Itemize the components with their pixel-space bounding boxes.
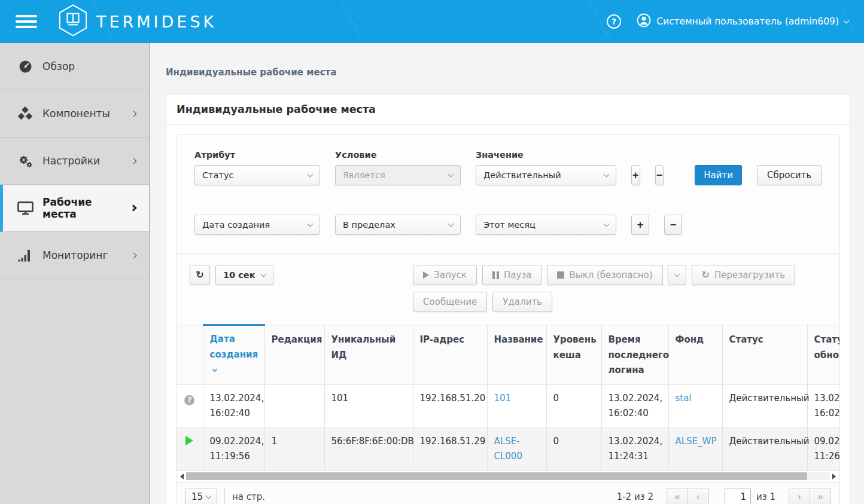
settings-icon xyxy=(17,154,34,168)
chevron-down-icon xyxy=(844,17,850,23)
hamburger-menu-icon[interactable] xyxy=(16,15,37,28)
cell-status-updated: 09.02.2024, 11:26 xyxy=(807,427,839,471)
chevron-down-icon xyxy=(260,271,266,277)
chevron-down-icon xyxy=(308,221,314,227)
column-header-ip[interactable]: IP-адрес xyxy=(413,325,487,385)
chevron-down-icon xyxy=(604,221,610,227)
poweroff-button[interactable]: Выкл (безопасно) xyxy=(547,265,662,285)
page-number-input[interactable] xyxy=(725,488,751,504)
user-menu[interactable]: Системный пользователь (admin609) xyxy=(637,13,848,30)
workplaces-card: Индивидуальные рабочие места Атрибут Ста… xyxy=(166,94,850,504)
workplace-name-link[interactable]: 101 xyxy=(494,393,512,404)
sidebar-item-workplaces[interactable]: Рабочие места xyxy=(0,185,149,232)
value-select-2[interactable]: Этот месяц xyxy=(476,215,616,235)
poweroff-dropdown-button[interactable] xyxy=(668,265,686,285)
add-filter-button-2[interactable]: + xyxy=(631,215,649,235)
table-toolbar: ↻ 10 сек Запуск xyxy=(177,254,839,324)
column-header-created[interactable]: Дата создания xyxy=(203,325,264,385)
remove-filter-button-2[interactable]: − xyxy=(664,215,682,235)
pool-link[interactable]: ALSE_WP xyxy=(676,436,717,447)
pause-button-label: Пауза xyxy=(504,270,532,280)
stop-icon xyxy=(557,271,564,279)
reboot-button-label: Перезагрузить xyxy=(714,270,785,280)
pause-button[interactable]: Пауза xyxy=(482,265,542,285)
next-page-button[interactable]: › xyxy=(789,488,810,504)
add-filter-button[interactable]: + xyxy=(631,165,640,185)
divider xyxy=(224,488,225,504)
sidebar-item-settings[interactable]: Настройки xyxy=(0,138,149,185)
of-pages-label: из 1 xyxy=(756,491,775,502)
refresh-icon: ↻ xyxy=(702,270,710,280)
condition-select: Является xyxy=(335,165,461,185)
attribute-select-value: Статус xyxy=(202,170,233,180)
table-row[interactable]: 09.02.2024, 11:19:56 1 56:6F:8F:6E:00:DB… xyxy=(177,427,839,471)
table-row[interactable]: ? 13.02.2024, 16:02:40 101 192.168.51.20… xyxy=(177,384,839,427)
pool-link[interactable]: stal xyxy=(676,393,692,404)
refresh-interval-select[interactable]: 10 сек xyxy=(215,265,273,285)
column-header-revision[interactable]: Редакция xyxy=(264,325,324,385)
value-select[interactable]: Действительный xyxy=(476,165,616,185)
sidebar-item-monitoring[interactable]: Мониторинг xyxy=(0,232,149,279)
search-button[interactable]: Найти xyxy=(695,165,742,185)
sidebar: Обзор Компоненты xyxy=(0,43,150,504)
scroll-right-icon[interactable] xyxy=(832,474,836,479)
condition-select-2[interactable]: В пределах xyxy=(335,215,461,235)
remove-filter-button[interactable]: − xyxy=(655,165,664,185)
reboot-button[interactable]: ↻ Перезагрузить xyxy=(692,265,795,285)
scrollbar-track[interactable] xyxy=(186,472,830,480)
scrollbar-thumb[interactable] xyxy=(186,472,807,480)
column-header-status[interactable]: Статус xyxy=(722,325,807,385)
chevron-right-icon xyxy=(131,111,137,117)
sidebar-item-label: Обзор xyxy=(42,60,75,72)
brand-logo: TERMIDESK xyxy=(57,4,217,39)
first-page-button[interactable]: « xyxy=(667,488,688,504)
cell-unique-id: 101 xyxy=(324,384,413,427)
delete-button-label: Удалить xyxy=(503,297,542,307)
value-select-value: Действительный xyxy=(483,170,561,180)
column-header-name[interactable]: Название xyxy=(487,325,546,385)
horizontal-scrollbar xyxy=(177,471,839,482)
cell-status: Действительный xyxy=(722,427,807,471)
chevron-down-icon xyxy=(604,171,610,177)
page-size-select[interactable]: 15 xyxy=(185,488,217,504)
workplace-name-link[interactable]: ALSE-CL000 xyxy=(494,436,522,462)
attribute-select-2[interactable]: Дата создания xyxy=(194,215,320,235)
cell-last-login: 13.02.2024, 11:24:31 xyxy=(601,427,668,471)
prev-page-button[interactable]: ‹ xyxy=(687,488,709,504)
reset-button[interactable]: Сбросить xyxy=(757,165,822,185)
column-header-status-updated[interactable]: Статус обновления xyxy=(807,325,839,385)
message-button[interactable]: Сообщение xyxy=(413,292,487,312)
chevron-down-icon xyxy=(206,493,212,499)
sidebar-item-components[interactable]: Компоненты xyxy=(0,90,149,138)
column-header-cache-level[interactable]: Уровень кеша xyxy=(546,325,601,385)
components-icon xyxy=(17,106,34,121)
chevron-right-icon xyxy=(131,252,137,258)
page-title: Индивидуальные рабочие места xyxy=(177,103,376,115)
unknown-status-icon: ? xyxy=(184,395,194,405)
topbar: TERMIDESK ? Системный пользователь (admi… xyxy=(0,0,864,43)
sidebar-item-label: Мониторинг xyxy=(42,249,108,261)
sidebar-item-overview[interactable]: Обзор xyxy=(0,43,149,90)
start-button[interactable]: Запуск xyxy=(413,265,477,285)
delete-button[interactable]: Удалить xyxy=(492,292,552,312)
column-header-unique-id[interactable]: Уникальный ИД xyxy=(324,325,413,385)
condition-label: Условие xyxy=(335,150,461,160)
cell-ip: 192.168.51.29 xyxy=(413,427,487,471)
attribute-select[interactable]: Статус xyxy=(194,165,320,185)
cell-status-updated: 13.02.2024, 16:02 xyxy=(807,384,839,427)
last-page-button[interactable]: » xyxy=(810,488,831,504)
cell-created: 09.02.2024, 11:19:56 xyxy=(203,427,264,471)
help-icon[interactable]: ? xyxy=(607,14,621,29)
scroll-left-icon[interactable] xyxy=(180,474,184,479)
column-header-pool[interactable]: Фонд xyxy=(668,325,722,385)
sort-desc-icon xyxy=(212,367,217,372)
cell-revision: 1 xyxy=(264,427,324,471)
column-header-last-login[interactable]: Время последнего логина xyxy=(601,325,668,385)
breadcrumb: Индивидуальные рабочие места xyxy=(166,67,864,78)
cell-unique-id: 56:6F:8F:6E:00:DB xyxy=(324,427,413,471)
refresh-button[interactable]: ↻ xyxy=(190,265,210,285)
condition-select-value: Является xyxy=(343,170,385,180)
cell-status: Действительный xyxy=(722,384,807,427)
column-header-label: Дата создания xyxy=(210,334,258,360)
chevron-down-icon xyxy=(674,271,680,277)
